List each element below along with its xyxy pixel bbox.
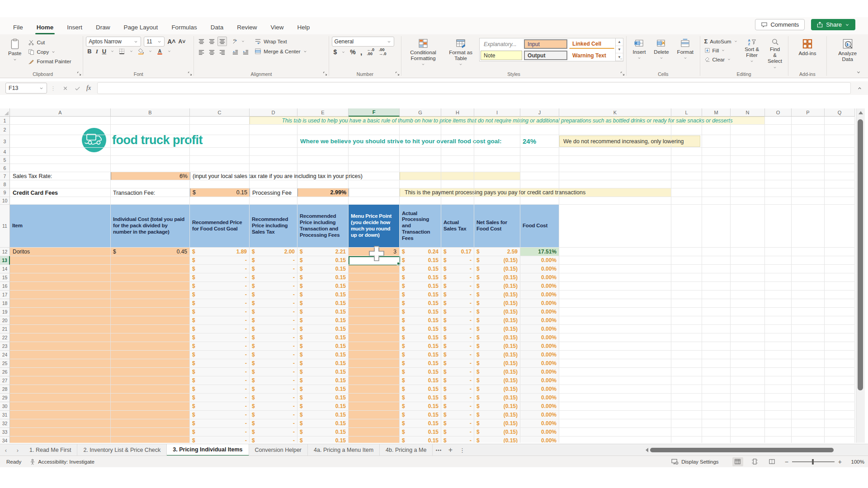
table-cell[interactable]: $0.24 <box>400 248 441 256</box>
row-header-25[interactable]: 25 <box>0 359 10 368</box>
row-header-6[interactable]: 6 <box>0 164 10 172</box>
row-header-27[interactable]: 27 <box>0 376 10 385</box>
table-cell[interactable]: $- <box>190 402 250 411</box>
table-cell[interactable]: $- <box>441 273 474 282</box>
table-cell[interactable] <box>111 394 190 402</box>
sheet-tab-2-inventory-list-price-check[interactable]: 2. Inventory List & Price Check <box>77 444 167 456</box>
table-cell[interactable] <box>10 291 111 299</box>
table-cell[interactable]: $- <box>441 291 474 299</box>
top-align-button[interactable] <box>197 37 206 46</box>
table-cell[interactable]: $0.15 <box>400 273 441 282</box>
select-all-corner[interactable] <box>0 108 10 117</box>
row-header-19[interactable]: 19 <box>0 308 10 316</box>
table-cell[interactable] <box>10 342 111 351</box>
font-name-combobox[interactable]: Aptos Narrow <box>86 37 141 47</box>
delete-cells-button[interactable]: Delete <box>651 37 671 61</box>
table-cell[interactable]: $0.15 <box>400 385 441 394</box>
table-cell[interactable] <box>10 394 111 402</box>
processing-fee-input-cell[interactable]: 2.99% <box>297 188 349 197</box>
ribbon-tab-review[interactable]: Review <box>230 20 264 34</box>
table-cell[interactable] <box>111 325 190 333</box>
horizontal-scroll-thumb[interactable] <box>650 448 834 452</box>
table-cell[interactable]: $(0.15) <box>474 325 520 333</box>
table-cell[interactable] <box>111 256 190 265</box>
row-header-13[interactable]: 13 <box>0 256 10 265</box>
align-left-button[interactable] <box>197 47 206 57</box>
table-cell[interactable]: $0.15 <box>297 376 349 385</box>
grow-font-button[interactable]: A˄ <box>167 38 175 45</box>
table-cell[interactable]: $- <box>190 273 250 282</box>
table-cell[interactable]: $(0.15) <box>474 436 520 443</box>
table-cell[interactable] <box>349 411 400 419</box>
table-cell[interactable] <box>111 402 190 411</box>
row-header-18[interactable]: 18 <box>0 299 10 308</box>
table-cell[interactable]: $(0.15) <box>474 428 520 436</box>
table-cell[interactable] <box>111 376 190 385</box>
row-header-23[interactable]: 23 <box>0 342 10 351</box>
table-cell[interactable] <box>111 411 190 419</box>
table-cell[interactable]: $0.15 <box>297 351 349 359</box>
column-header-D[interactable]: D <box>250 108 297 117</box>
chevron-down-icon[interactable] <box>110 49 114 53</box>
grid[interactable]: This tab is used to help you have a basi… <box>0 117 868 443</box>
table-cell[interactable]: $(0.15) <box>474 402 520 411</box>
table-cell[interactable]: $0.15 <box>400 256 441 265</box>
table-cell[interactable]: $- <box>441 256 474 265</box>
table-cell[interactable] <box>111 351 190 359</box>
table-cell[interactable]: $0.15 <box>400 428 441 436</box>
table-cell[interactable]: $0.15 <box>297 428 349 436</box>
decrease-indent-button[interactable] <box>231 47 240 57</box>
table-cell[interactable]: $- <box>190 256 250 265</box>
table-cell[interactable]: 0.00% <box>520 376 559 385</box>
table-cell[interactable]: $(0.15) <box>474 359 520 368</box>
table-cell[interactable] <box>111 342 190 351</box>
table-cell[interactable] <box>111 359 190 368</box>
insert-function-button[interactable]: fx <box>84 84 94 92</box>
collapse-ribbon-icon[interactable] <box>855 70 862 75</box>
table-cell[interactable]: $(0.15) <box>474 342 520 351</box>
table-cell[interactable]: 0.00% <box>520 351 559 359</box>
merge-center-button[interactable]: Merge & Center <box>253 47 308 56</box>
expand-formula-bar-button[interactable] <box>854 83 864 93</box>
table-cell[interactable] <box>349 308 400 316</box>
gallery-scroll-up-button[interactable]: ▲ <box>616 38 623 46</box>
italic-button[interactable]: I <box>96 48 98 54</box>
table-cell[interactable] <box>10 325 111 333</box>
table-cell[interactable] <box>349 402 400 411</box>
table-cell[interactable]: $(0.15) <box>474 265 520 273</box>
table-cell[interactable] <box>10 316 111 325</box>
table-cell[interactable]: $(0.15) <box>474 333 520 342</box>
borders-icon[interactable] <box>118 48 125 55</box>
table-cell[interactable] <box>10 282 111 291</box>
table-cell[interactable]: $0.15 <box>400 419 441 428</box>
table-cell[interactable]: $- <box>250 411 297 419</box>
sheet-tab-3-pricing-individual-items[interactable]: 3. Pricing Individual Items <box>167 444 249 456</box>
table-cell[interactable]: $0.15 <box>400 299 441 308</box>
table-cell[interactable] <box>10 359 111 368</box>
table-cell[interactable] <box>10 368 111 376</box>
table-cell[interactable]: $0.15 <box>400 316 441 325</box>
table-cell[interactable]: 0.00% <box>520 359 559 368</box>
table-cell[interactable] <box>349 316 400 325</box>
table-cell[interactable]: $2.59 <box>474 248 520 256</box>
zoom-level[interactable]: 100% <box>845 459 864 465</box>
table-cell[interactable]: 0.00% <box>520 325 559 333</box>
table-cell[interactable]: $- <box>250 351 297 359</box>
table-cell[interactable]: $- <box>250 402 297 411</box>
table-cell[interactable]: $0.15 <box>297 282 349 291</box>
table-cell[interactable]: $0.15 <box>400 394 441 402</box>
column-header-B[interactable]: B <box>111 108 190 117</box>
table-cell[interactable] <box>10 411 111 419</box>
insert-cells-button[interactable]: Insert <box>630 37 649 61</box>
table-cell[interactable]: $- <box>250 436 297 443</box>
table-cell[interactable]: 0.00% <box>520 333 559 342</box>
table-cell[interactable]: $0.15 <box>400 436 441 443</box>
table-cell[interactable]: 0.00% <box>520 265 559 273</box>
table-cell[interactable]: $- <box>190 359 250 368</box>
cell-style-input[interactable]: Input <box>524 39 567 49</box>
table-cell[interactable] <box>10 273 111 282</box>
percent-style-button[interactable]: % <box>350 49 355 55</box>
sheet-tab-4a-pricing-a-menu-item[interactable]: 4a. Pricing a Menu Item <box>308 444 380 456</box>
middle-align-button[interactable] <box>207 37 217 46</box>
font-size-combobox[interactable]: 11 <box>144 37 165 47</box>
